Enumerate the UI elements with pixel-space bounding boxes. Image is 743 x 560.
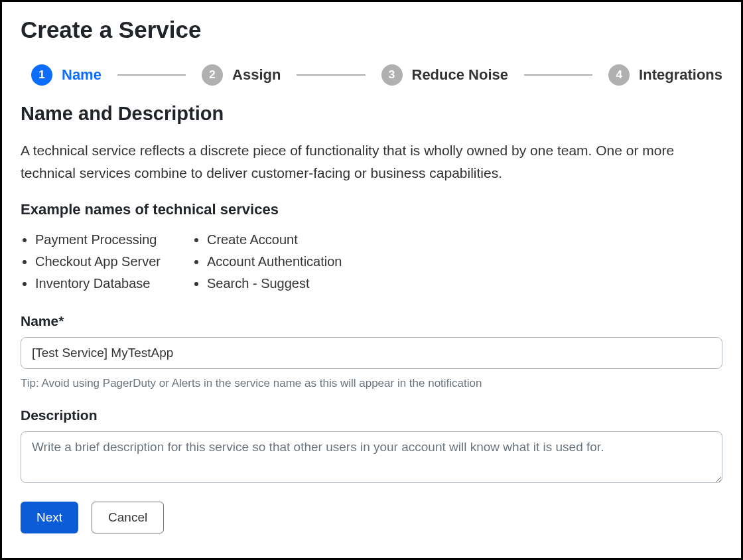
section-description: A technical service reflects a discrete … [21, 139, 722, 184]
description-field-label: Description [21, 407, 722, 423]
step-label-assign: Assign [232, 66, 281, 84]
next-button[interactable]: Next [21, 502, 78, 533]
name-input[interactable] [21, 337, 722, 369]
example-item: Search - Suggest [207, 273, 342, 295]
step-label-name: Name [62, 66, 101, 84]
step-integrations[interactable]: 4 Integrations [598, 64, 722, 86]
step-name[interactable]: 1 Name [21, 64, 101, 86]
example-item: Payment Processing [35, 229, 161, 251]
examples-lists: Payment Processing Checkout App Server I… [21, 229, 722, 295]
cancel-button[interactable]: Cancel [92, 502, 164, 533]
examples-column-1: Payment Processing Checkout App Server I… [21, 229, 161, 295]
page-title: Create a Service [21, 17, 722, 43]
step-connector [297, 74, 365, 76]
step-number-2: 2 [202, 64, 223, 86]
button-row: Next Cancel [21, 502, 722, 533]
step-label-reduce-noise: Reduce Noise [412, 66, 509, 84]
section-heading: Name and Description [21, 103, 722, 125]
example-item: Create Account [207, 229, 342, 251]
example-item: Inventory Database [35, 273, 161, 295]
name-field-label: Name* [21, 313, 722, 329]
wizard-stepper: 1 Name 2 Assign 3 Reduce Noise 4 Integra… [21, 64, 722, 86]
example-item: Account Authentication [207, 251, 342, 273]
create-service-page: Create a Service 1 Name 2 Assign 3 Reduc… [0, 0, 743, 560]
description-textarea[interactable] [21, 431, 722, 483]
step-assign[interactable]: 2 Assign [191, 64, 281, 86]
step-label-integrations: Integrations [639, 66, 722, 84]
step-connector [117, 74, 186, 76]
examples-column-2: Create Account Account Authentication Se… [192, 229, 342, 295]
step-number-1: 1 [31, 64, 52, 86]
example-item: Checkout App Server [35, 251, 161, 273]
step-connector [524, 74, 592, 76]
step-reduce-noise[interactable]: 3 Reduce Noise [371, 64, 509, 86]
step-number-3: 3 [381, 64, 403, 86]
name-tip-text: Tip: Avoid using PagerDuty or Alerts in … [21, 377, 722, 390]
step-number-4: 4 [608, 64, 630, 86]
examples-heading: Example names of technical services [21, 201, 722, 218]
